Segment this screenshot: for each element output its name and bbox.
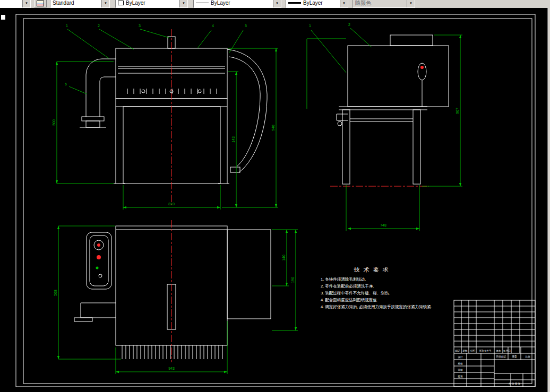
dim-bottom-right-inner: 140 (282, 255, 286, 261)
callout-label: 1 (309, 24, 311, 28)
dim-front-bottom: 810 (168, 202, 175, 206)
linetype-combo[interactable]: ByLayer ▼ (193, 0, 281, 8)
tech-requirements: 技 术 要 求 1. 各铸件须清除毛刺锐边. 2. 零件在装配前必须清洗干净. … (321, 266, 432, 309)
properties-toolbar: ▼ Standard ▼ ByLayer ▼ ByLayer ▼ ByLayer… (0, 0, 550, 8)
front-view (80, 29, 267, 205)
dim-side-bottom: 748 (380, 223, 386, 227)
titleblock-label: 阶段标记 (496, 355, 506, 359)
tech-requirements-title: 技 术 要 求 (354, 266, 389, 273)
dim-front-left: 500 (52, 119, 56, 126)
side-view (330, 35, 449, 186)
cad-drawing: 500 810 143 948 1 2 3 4 5 6 (0, 8, 550, 392)
drawing-canvas[interactable]: 500 810 143 948 1 2 3 4 5 6 (0, 8, 550, 392)
tech-line: 3. 装配过程中零件不允许磕、碰、划伤. (321, 291, 390, 295)
titleblock-label: 签名 (496, 350, 501, 352)
callout-label: 5 (245, 24, 247, 28)
duct-inner (100, 77, 116, 117)
plotstyle-combo[interactable]: 随颜色 ▼ (353, 0, 415, 8)
power-button-dot (97, 243, 100, 247)
style-combo-value: Standard (50, 0, 101, 6)
tech-line: 4. 调定好张紧力矩后, 必须使用力矩扳手按规定的张紧力矩锁紧. (321, 304, 432, 309)
titleblock-sheet-info: 共 张 第 张 (509, 382, 521, 386)
titleblock-label: 标记 (454, 349, 460, 353)
dim-side-right: 907 (456, 108, 459, 114)
brush-teeth (122, 345, 222, 359)
titleblock-label: 处数 (462, 349, 468, 353)
plotstyle-combo-value: 随颜色 (353, 0, 407, 7)
color-combo[interactable]: ByLayer ▼ (115, 0, 188, 8)
layer-combo[interactable]: ▼ (0, 0, 31, 8)
chevron-down-icon[interactable]: ▼ (101, 0, 109, 7)
hose-outer (227, 49, 267, 172)
titleblock-label: 比例 (525, 355, 530, 359)
duct-outer (86, 59, 116, 117)
dim-front-right-outer: 948 (271, 125, 275, 131)
dim-bottom-bottom: 943 (168, 367, 175, 370)
callout-label: 1 (66, 24, 68, 28)
callout-label: 2 (98, 24, 100, 28)
titleblock-label: 校核 (458, 362, 463, 365)
callout-label: 3 (139, 24, 141, 28)
titleblock-label: 重量 (512, 355, 517, 358)
callout-label: 2 (348, 23, 350, 27)
callout-label: 6 (65, 82, 67, 86)
lineweight-preview (288, 2, 301, 4)
dim-bottom-left: 568 (54, 290, 57, 296)
titleblock-label: 审核 (458, 369, 463, 371)
color-swatch (118, 1, 124, 5)
lineweight-combo[interactable]: ByLayer ▼ (286, 0, 348, 8)
start-button (96, 267, 99, 269)
front-callouts: 1 2 3 4 5 6 (65, 24, 247, 94)
chevron-down-icon[interactable]: ▼ (340, 0, 348, 7)
titleblock-label: 更改文件号 (479, 349, 492, 352)
linetype-combo-value: ByLayer (209, 0, 273, 6)
linetype-preview (196, 3, 209, 3)
bottom-view (74, 220, 271, 362)
titleblock-label: 批准 (457, 375, 463, 378)
indicator-dot (420, 66, 424, 69)
window-edge (547, 8, 550, 392)
screen-artifact (1, 15, 5, 20)
layer-properties-button[interactable] (34, 0, 47, 7)
style-combo[interactable]: Standard ▼ (50, 0, 110, 8)
callout-label: 4 (212, 24, 214, 28)
titleblock-label: 设计 (458, 355, 463, 359)
titleblock-label: 年月日 (503, 350, 511, 353)
sheet-border (16, 14, 535, 387)
tech-line: 1. 各铸件须清除毛刺锐边. (321, 277, 366, 282)
chevron-down-icon[interactable]: ▼ (407, 0, 415, 7)
dim-front-right-inner: 143 (231, 136, 235, 143)
titleblock-label: 分区 (469, 350, 475, 352)
stop-button (97, 255, 101, 259)
chevron-down-icon[interactable]: ▼ (179, 0, 187, 7)
lineweight-combo-value: ByLayer (301, 0, 340, 6)
tech-line: 2. 零件在装配前必须清洗干净. (321, 284, 374, 289)
chevron-down-icon[interactable]: ▼ (273, 0, 281, 7)
chevron-down-icon[interactable]: ▼ (22, 0, 30, 7)
layers-icon (37, 1, 44, 6)
title-block: 标记 处数 分区 更改文件号 签名 年月日 设计 校核 审核 批准 阶段标记 重… (454, 300, 535, 387)
dim-bottom-right-outer: 190 (291, 277, 295, 283)
side-dimensions: 907 748 1 2 (307, 23, 462, 231)
tech-line: 4. 配合面精度应达到图纸规定值. (321, 298, 378, 302)
color-combo-value: ByLayer (124, 0, 179, 6)
